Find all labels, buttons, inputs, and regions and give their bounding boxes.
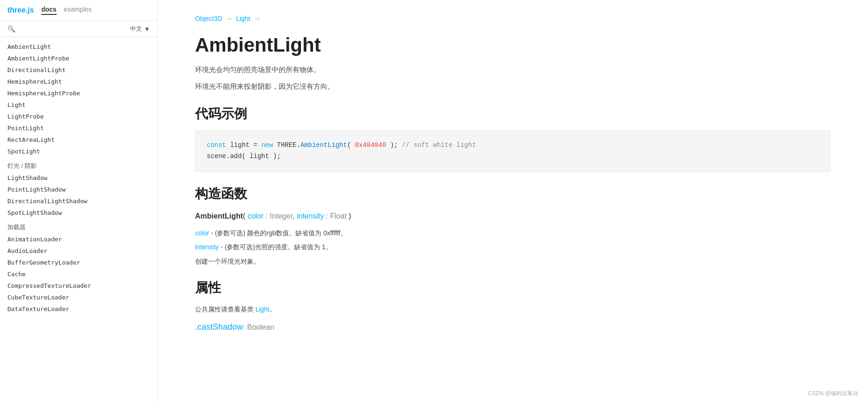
create-desc: 创建一个环境光对象。 xyxy=(195,258,831,266)
public-note-suffix: 。 xyxy=(269,305,276,313)
param-intensity-text: - (参数可选)光照的强度。缺省值为 1。 xyxy=(221,243,332,251)
param-color-desc: color - (参数可选) 颜色的rgb数值。缺省值为 0xffffff。 xyxy=(195,228,831,238)
section-constructor-heading: 构造函数 xyxy=(195,185,831,203)
code-class-three: THREE xyxy=(277,141,296,149)
sidebar-item-compressedtextureloader[interactable]: CompressedTextureLoader xyxy=(0,280,157,292)
code-scene-add: scene.add( light ); xyxy=(207,153,281,160)
nav-tabs: docs examples xyxy=(41,6,92,15)
constructor-signature: AmbientLight( color : Integer, intensity… xyxy=(195,210,831,222)
section-props-heading: 属性 xyxy=(195,279,831,297)
lang-selector[interactable]: 中文 ▼ xyxy=(130,25,150,33)
constructor-param1-colon: : Integer xyxy=(264,212,293,220)
page-desc1: 环境光会均匀的照亮场景中的所有物体。 xyxy=(195,64,831,75)
sidebar-item-lightprobe[interactable]: LightProbe xyxy=(0,111,157,122)
code-dot: . xyxy=(296,141,300,149)
cast-shadow-name: .castShadow xyxy=(195,322,243,332)
param-color-link[interactable]: color xyxy=(195,229,209,237)
lights-list: AmbientLightAmbientLightProbeDirectional… xyxy=(0,41,157,157)
logo[interactable]: three.js xyxy=(7,6,34,14)
lang-label: 中文 xyxy=(130,25,142,33)
sidebar-item-lightshadow[interactable]: LightShadow xyxy=(0,172,157,184)
sidebar-item-audioloader[interactable]: AudioLoader xyxy=(0,245,157,257)
constructor-comma: , xyxy=(293,212,297,220)
sidebar-content: AmbientLightAmbientLightProbeDirectional… xyxy=(0,37,157,405)
constructor-name: AmbientLight xyxy=(195,212,243,220)
sidebar-item-pointlightshadow[interactable]: PointLightShadow xyxy=(0,184,157,195)
search-left: 🔍 xyxy=(7,25,15,33)
code-open-paren: ( xyxy=(347,141,355,149)
code-line1: const light = new THREE.AmbientLight( 0x… xyxy=(207,140,819,151)
breadcrumb-arrow1: → xyxy=(226,15,232,22)
sidebar-item-pointlight[interactable]: PointLight xyxy=(0,122,157,134)
sidebar-item-ambientlight[interactable]: AmbientLight xyxy=(0,41,157,53)
constructor-open: ( xyxy=(243,212,248,220)
code-keyword-const: const xyxy=(207,141,226,149)
code-close-paren: ); xyxy=(386,141,402,149)
watermark: CSDN @编程抗氧化 xyxy=(808,390,859,398)
main-content: Object3D → Light → AmbientLight 环境光会均匀的照… xyxy=(158,0,868,405)
public-note: 公共属性请查看基类 Light。 xyxy=(195,304,831,314)
sidebar-item-directionallight[interactable]: DirectionalLight xyxy=(0,64,157,76)
cast-shadow-type: : Boolean xyxy=(243,323,274,331)
chevron-down-icon: ▼ xyxy=(144,26,150,33)
public-note-link[interactable]: Light xyxy=(255,305,269,313)
section-code-heading: 代码示例 xyxy=(195,105,831,123)
sidebar-item-spotlightshadow[interactable]: SpotLightShadow xyxy=(0,207,157,219)
sidebar-item-light[interactable]: Light xyxy=(0,99,157,111)
breadcrumb-object3d[interactable]: Object3D xyxy=(195,15,222,22)
code-method-ambient: AmbientLight xyxy=(300,141,347,149)
code-comment: // soft white light xyxy=(402,141,476,149)
breadcrumb: Object3D → Light → xyxy=(195,15,831,22)
sidebar-item-hemispherelight[interactable]: HemisphereLight xyxy=(0,76,157,87)
section-shadow-label: 灯光 / 阴影 xyxy=(0,157,157,172)
page-desc2: 环境光不能用来投射阴影，因为它没有方向。 xyxy=(195,81,831,92)
shadow-list: LightShadowPointLightShadowDirectionalLi… xyxy=(0,172,157,219)
constructor-param2-name: intensity xyxy=(297,212,324,220)
code-line2: scene.add( light ); xyxy=(207,151,819,162)
sidebar-item-rectarealight[interactable]: RectAreaLight xyxy=(0,134,157,146)
sidebar-item-hemispherelightprobe[interactable]: HemisphereLightProbe xyxy=(0,87,157,99)
param-color-text: - (参数可选) 颜色的rgb数值。缺省值为 0xffffff。 xyxy=(211,229,347,237)
loader-list: AnimationLoaderAudioLoaderBufferGeometry… xyxy=(0,233,157,315)
sidebar-item-datatextureloader[interactable]: DataTextureLoader xyxy=(0,303,157,315)
sidebar-item-animationloader[interactable]: AnimationLoader xyxy=(0,233,157,245)
sidebar-header: three.js docs examples xyxy=(0,0,157,21)
constructor-close: ) xyxy=(346,212,351,220)
tab-examples[interactable]: examples xyxy=(64,6,92,15)
sidebar-item-cache[interactable]: Cache xyxy=(0,268,157,280)
tab-docs[interactable]: docs xyxy=(41,6,57,15)
public-note-prefix: 公共属性请查看基类 xyxy=(195,305,255,313)
sidebar-item-ambientlightprobe[interactable]: AmbientLightProbe xyxy=(0,53,157,64)
search-bar: 🔍 中文 ▼ xyxy=(0,21,157,37)
cast-shadow-title: .castShadow: Boolean xyxy=(195,322,831,332)
code-keyword-new: new xyxy=(261,141,273,149)
param-intensity-desc: intensity - (参数可选)光照的强度。缺省值为 1。 xyxy=(195,242,831,252)
sidebar-item-directionallightshadow[interactable]: DirectionalLightShadow xyxy=(0,195,157,207)
sidebar-item-cubetextureloader[interactable]: CubeTextureLoader xyxy=(0,292,157,303)
sidebar: three.js docs examples 🔍 中文 ▼ AmbientLig… xyxy=(0,0,158,405)
constructor-param1-name: color xyxy=(248,212,264,220)
breadcrumb-arrow2: → xyxy=(254,15,261,22)
code-var: light = xyxy=(230,141,261,149)
code-hex-value: 0x404040 xyxy=(355,141,386,149)
constructor-param2-colon: : Float xyxy=(324,212,346,220)
sidebar-item-buffergeometryloader[interactable]: BufferGeometryLoader xyxy=(0,257,157,268)
page-title: AmbientLight xyxy=(195,33,831,57)
sidebar-item-spotlight[interactable]: SpotLight xyxy=(0,146,157,157)
code-block: const light = new THREE.AmbientLight( 0x… xyxy=(195,130,831,172)
breadcrumb-light[interactable]: Light xyxy=(236,15,250,22)
param-intensity-link[interactable]: intensity xyxy=(195,243,219,251)
section-loader-label: 加载器 xyxy=(0,219,157,233)
search-icon: 🔍 xyxy=(7,25,15,33)
